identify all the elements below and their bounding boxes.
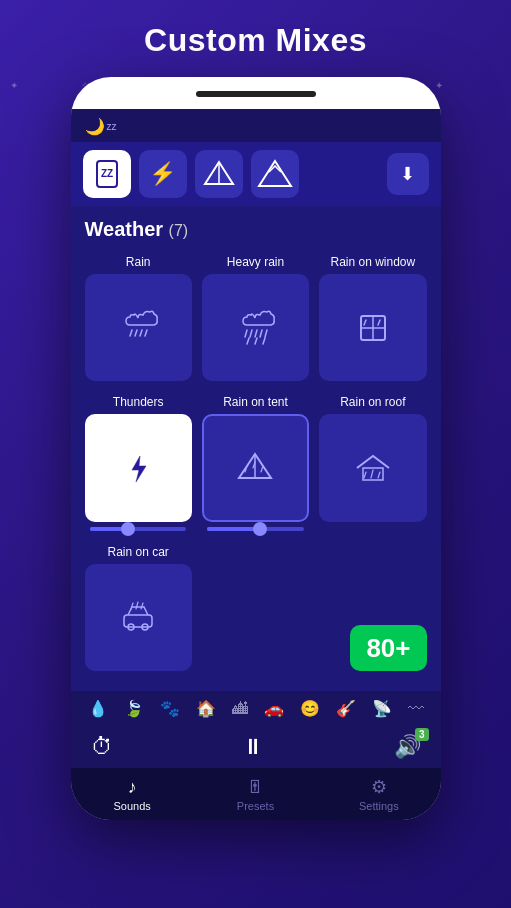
sound-card-rain-window[interactable] <box>319 274 426 381</box>
volume-control[interactable]: 🔊 3 <box>394 734 421 760</box>
cat-icon-home[interactable]: 🏠 <box>196 699 216 718</box>
sound-label-heavy-rain: Heavy rain <box>227 255 284 269</box>
svg-line-38 <box>141 603 143 609</box>
settings-icon: ⚙ <box>371 776 387 798</box>
cat-icon-paw[interactable]: 🐾 <box>160 699 180 718</box>
sound-item-rain-roof: Rain on roof <box>319 395 426 530</box>
tab-mountain[interactable] <box>251 150 299 198</box>
sound-item-thunders: Thunders <box>85 395 192 530</box>
cat-icon-leaf[interactable]: 🍃 <box>124 699 144 718</box>
cat-icon-drops[interactable]: 💧 <box>88 699 108 718</box>
more-badge[interactable]: 80+ <box>350 625 426 671</box>
download-button[interactable]: ⬇ <box>387 153 429 195</box>
tab-thunder[interactable]: ⚡ <box>139 150 187 198</box>
svg-marker-5 <box>259 161 291 186</box>
zz-label: zz <box>107 121 117 132</box>
cat-icon-guitar[interactable]: 🎸 <box>336 699 356 718</box>
thunder-slider-thumb[interactable] <box>121 522 135 536</box>
sound-card-rain-car[interactable] <box>85 564 192 671</box>
sound-label-rain-car: Rain on car <box>107 545 168 559</box>
svg-line-15 <box>247 338 249 344</box>
cat-icon-face[interactable]: 😊 <box>300 699 320 718</box>
cat-icon-tower[interactable]: 📡 <box>372 699 392 718</box>
svg-line-14 <box>265 330 267 337</box>
svg-line-8 <box>140 330 142 336</box>
tab-tent[interactable] <box>195 150 243 198</box>
top-bar: 🌙 zz <box>71 109 441 142</box>
presets-icon: 🎚 <box>246 777 264 798</box>
sound-card-rain[interactable] <box>85 274 192 381</box>
nav-label-sounds: Sounds <box>114 800 151 812</box>
player-bar: ⏱ ⏸ 🔊 3 <box>71 726 441 768</box>
sound-label-rain-tent: Rain on tent <box>223 395 288 409</box>
thunder-slider[interactable] <box>90 527 187 531</box>
svg-line-16 <box>255 338 257 344</box>
sound-item-rain-tent: Rain on tent <box>202 395 309 530</box>
sound-grid-row2: Thunders Rain on tent <box>85 395 427 530</box>
sound-card-rain-roof[interactable] <box>319 414 426 521</box>
phone-notch <box>196 91 316 97</box>
bottom-row: Rain on car 80+ <box>85 545 427 671</box>
svg-marker-23 <box>132 456 146 482</box>
svg-line-21 <box>364 320 366 325</box>
svg-line-28 <box>261 466 263 472</box>
svg-line-10 <box>245 330 247 337</box>
svg-line-17 <box>263 338 265 344</box>
page-title: Custom Mixes <box>144 22 367 59</box>
tab-sleep[interactable]: ZZ <box>83 150 131 198</box>
tent-slider-thumb[interactable] <box>253 522 267 536</box>
svg-line-31 <box>371 470 373 478</box>
bottom-nav: ♪ Sounds 🎚 Presets ⚙ Settings <box>71 768 441 820</box>
nav-item-settings[interactable]: ⚙ Settings <box>317 768 440 820</box>
sound-card-thunders[interactable] <box>85 414 192 521</box>
moon-icon: 🌙 <box>85 117 105 136</box>
volume-badge: 3 <box>415 728 429 741</box>
svg-line-12 <box>255 330 257 337</box>
sound-card-rain-tent[interactable] <box>202 414 309 521</box>
sound-item-rain: Rain <box>85 255 192 381</box>
category-icons-row: 💧 🍃 🐾 🏠 🏙 🚗 😊 🎸 📡 〰 <box>71 691 441 726</box>
phone-shell: 🌙 zz ZZ ⚡ <box>71 77 441 820</box>
nav-item-presets[interactable]: 🎚 Presets <box>194 769 317 820</box>
nav-label-presets: Presets <box>237 800 274 812</box>
svg-line-22 <box>378 320 380 325</box>
nav-label-settings: Settings <box>359 800 399 812</box>
pause-button[interactable]: ⏸ <box>242 734 264 760</box>
sound-item-heavy-rain: Heavy rain <box>202 255 309 381</box>
sound-label-rain: Rain <box>126 255 151 269</box>
svg-line-11 <box>250 330 252 337</box>
svg-line-32 <box>378 472 380 478</box>
sound-item-rain-car: Rain on car <box>85 545 192 671</box>
timer-button[interactable]: ⏱ <box>91 734 113 760</box>
sound-grid-row1: Rain Heavy rain <box>85 255 427 381</box>
svg-line-30 <box>364 472 366 478</box>
svg-line-7 <box>135 330 137 336</box>
svg-text:ZZ: ZZ <box>101 168 113 179</box>
svg-line-37 <box>136 602 138 609</box>
section-title: Weather (7) <box>85 218 427 241</box>
cat-icon-wave[interactable]: 〰 <box>408 700 424 718</box>
tent-slider[interactable] <box>207 527 304 531</box>
nav-item-sounds[interactable]: ♪ Sounds <box>71 769 194 820</box>
cat-icon-car[interactable]: 🚗 <box>264 699 284 718</box>
sound-label-rain-roof: Rain on roof <box>340 395 405 409</box>
cat-icon-city[interactable]: 🏙 <box>232 700 248 718</box>
content-area: Weather (7) Rain <box>71 206 441 691</box>
category-tabs: ZZ ⚡ <box>71 142 441 206</box>
svg-line-9 <box>145 330 147 336</box>
svg-line-13 <box>260 330 262 337</box>
sound-label-thunders: Thunders <box>113 395 164 409</box>
sound-card-heavy-rain[interactable] <box>202 274 309 381</box>
sound-item-rain-window: Rain on window <box>319 255 426 381</box>
svg-line-6 <box>130 330 132 336</box>
app-screen: 🌙 zz ZZ ⚡ <box>71 109 441 820</box>
sounds-icon: ♪ <box>128 777 137 798</box>
sound-label-rain-window: Rain on window <box>330 255 415 269</box>
